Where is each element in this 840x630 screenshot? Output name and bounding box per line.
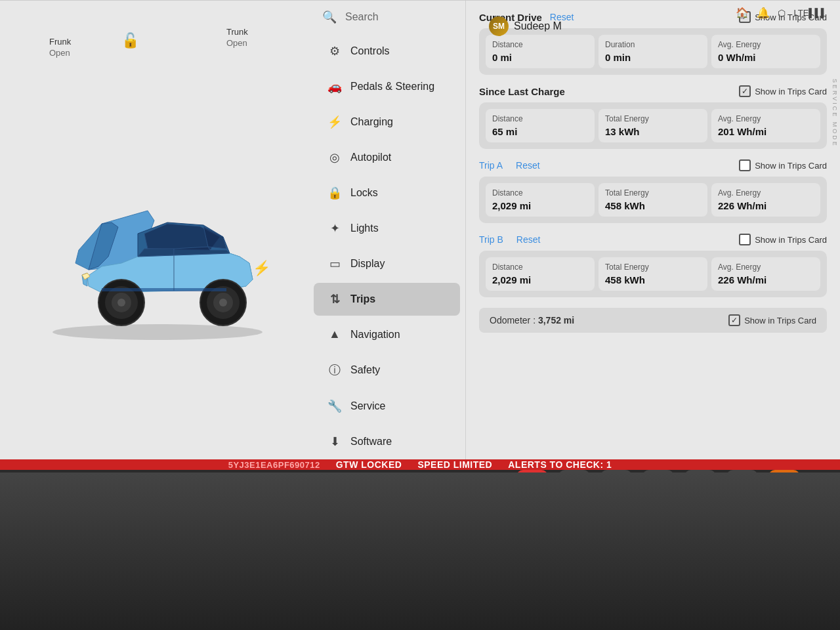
navigation-label: Navigation [350,329,400,341]
safety-icon: ⓘ [327,362,343,378]
svg-point-5 [117,299,125,306]
trip-b-title[interactable]: Trip B [479,234,503,245]
signal-icon: LTE▌▌▌ [793,8,827,18]
current-drive-distance: Distance 0 mi [486,35,595,68]
bluetooth-icon[interactable]: ⬡ [778,8,786,18]
slc-total-energy: Total Energy 13 kWh [598,109,707,142]
odometer-show-trips[interactable]: ✓ Show in Trips Card [728,314,816,326]
current-drive-energy: Avg. Energy 0 Wh/mi [711,35,820,68]
service-mode-label: SERVICE MODE [831,79,838,148]
tesla-screen: SM Sudeep M 🏠 🔔 ⬡ LTE▌▌▌ Frunk Open 🔓 Tr… [0,0,840,472]
trip-a-distance-value: 2,029 mi [492,200,588,211]
trip-b-reset[interactable]: Reset [516,234,541,245]
odometer-checkbox[interactable]: ✓ [728,314,740,326]
search-icon: 🔍 [322,10,337,24]
since-last-charge-stats: Distance 65 mi Total Energy 13 kWh Avg. … [479,102,827,149]
pedals-label: Pedals & Steering [350,81,434,93]
car-area: Frunk Open 🔓 Trunk Open [0,1,308,459]
charging-label: Charging [350,116,393,128]
main-content: Frunk Open 🔓 Trunk Open [0,1,840,459]
sidebar-item-trips[interactable]: ⇅ Trips [314,283,460,316]
trip-a-checkbox[interactable] [739,159,751,171]
gtw-locked-alert: GTW LOCKED [336,459,402,470]
trip-b-distance-label: Distance [492,262,588,272]
since-last-charge-section: Since Last Charge ✓ Show in Trips Card D… [479,85,827,149]
lights-label: Lights [350,222,379,234]
since-last-charge-show-trips[interactable]: ✓ Show in Trips Card [739,85,827,97]
slc-avg-energy-value: 201 Wh/mi [718,126,814,137]
current-drive-distance-value: 0 mi [492,52,588,63]
trip-b-total-energy-value: 458 kWh [605,274,701,285]
trip-b-avg-energy-value: 226 Wh/mi [718,274,814,285]
current-drive-energy-label: Avg. Energy [718,40,814,49]
sidebar-item-safety[interactable]: ⓘ Safety [314,353,460,387]
user-name: Sudeep M [514,20,562,32]
sidebar-item-locks[interactable]: 🔒 Locks [314,177,460,209]
sidebar-item-controls[interactable]: ⚙ Controls [314,35,460,68]
sidebar-item-display[interactable]: ▭ Display [314,247,460,280]
svg-text:⚡: ⚡ [253,259,271,277]
sidebar-item-service[interactable]: 🔧 Service [314,390,460,423]
vin-text: 5YJ3E1EA6PF690712 [228,460,320,470]
trip-a-header: Trip A Reset Show in Trips Card [479,159,827,171]
trip-a-stats: Distance 2,029 mi Total Energy 458 kWh A… [479,177,827,223]
locks-icon: 🔒 [327,186,343,200]
trip-b-stats: Distance 2,029 mi Total Energy 458 kWh A… [479,251,827,297]
trip-a-show-trips[interactable]: Show in Trips Card [739,159,827,171]
background-area [0,472,840,630]
sidebar-item-autopilot[interactable]: ◎ Autopilot [314,141,460,174]
slc-avg-energy-label: Avg. Energy [718,114,814,123]
trip-a-distance: Distance 2,029 mi [486,183,595,217]
trip-a-title[interactable]: Trip A [479,160,503,171]
sidebar-item-software[interactable]: ⬇ Software [314,425,460,458]
alert-bar: 5YJ3E1EA6PF690712 GTW LOCKED SPEED LIMIT… [0,459,840,470]
notification-icon[interactable]: 🔔 [757,7,770,19]
since-last-charge-header: Since Last Charge ✓ Show in Trips Card [479,85,827,97]
speed-limited-alert: SPEED LIMITED [417,459,492,470]
odometer-bar: Odometer : 3,752 mi ✓ Show in Trips Card [479,308,827,333]
trip-a-section: Trip A Reset Show in Trips Card Distance… [479,159,827,223]
user-avatar: SM [489,16,509,36]
sidebar-item-navigation[interactable]: ▲ Navigation [314,318,460,350]
service-label: Service [350,400,385,412]
odometer-text: Odometer : 3,752 mi [490,315,574,326]
trip-a-avg-energy-value: 226 Wh/mi [718,200,814,211]
current-drive-distance-label: Distance [492,40,588,49]
sidebar-item-pedals[interactable]: 🚗 Pedals & Steering [314,70,460,103]
trip-b-total-energy-label: Total Energy [605,262,701,272]
search-item[interactable]: 🔍 Search [308,1,465,33]
lights-icon: ✦ [327,221,343,236]
since-last-charge-checkbox[interactable]: ✓ [739,85,751,97]
slc-distance: Distance 65 mi [486,109,595,142]
alerts-to-check: ALERTS TO CHECK: 1 [508,459,612,470]
controls-icon: ⚙ [327,44,343,58]
software-label: Software [350,436,392,448]
current-drive-duration-label: Duration [605,40,701,49]
trip-b-total-energy: Total Energy 458 kWh [598,257,707,291]
current-drive-duration: Duration 0 min [598,35,707,68]
trip-a-show-label: Show in Trips Card [755,161,827,171]
trip-a-avg-energy-label: Avg. Energy [718,188,814,198]
trip-a-total-energy-label: Total Energy [605,188,701,198]
trip-b-avg-energy-label: Avg. Energy [718,262,814,272]
trip-b-show-trips[interactable]: Show in Trips Card [739,234,827,245]
sidebar-item-charging[interactable]: ⚡ Charging [314,106,460,138]
frunk-label: Frunk Open [49,37,71,59]
locks-label: Locks [350,187,378,199]
since-last-charge-title: Since Last Charge [479,86,565,97]
home-icon[interactable]: 🏠 [736,7,749,19]
display-label: Display [350,258,385,270]
trip-a-reset[interactable]: Reset [516,160,540,171]
autopilot-label: Autopilot [350,152,391,163]
odometer-show-label: Show in Trips Card [744,316,816,326]
trip-b-checkbox[interactable] [739,234,751,245]
trip-b-section: Trip B Reset Show in Trips Card Distance… [479,234,827,297]
sidebar-item-lights[interactable]: ✦ Lights [314,212,460,245]
trip-b-distance: Distance 2,029 mi [486,257,595,291]
navigation-icon: ▲ [327,327,343,341]
trip-b-distance-value: 2,029 mi [492,274,588,285]
trip-a-distance-label: Distance [492,188,588,198]
status-icons: 🏠 🔔 ⬡ LTE▌▌▌ [736,7,827,19]
search-label: Search [345,11,379,23]
user-profile[interactable]: SM Sudeep M [489,16,562,36]
